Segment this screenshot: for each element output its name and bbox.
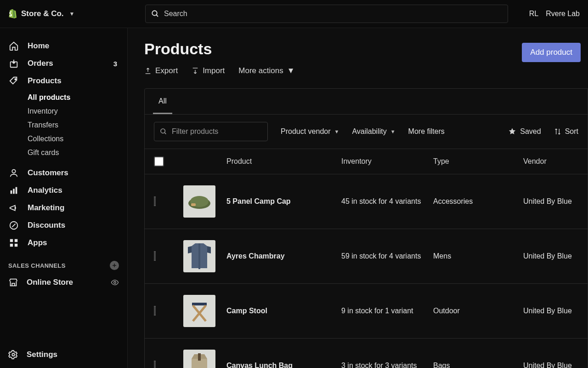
view-store-icon[interactable] — [111, 278, 119, 287]
sidebar-item-customers[interactable]: Customers — [0, 164, 127, 182]
sidebar-item-marketing[interactable]: Marketing — [0, 199, 127, 217]
star-icon — [508, 127, 516, 136]
more-actions-button[interactable]: More actions ▼ — [238, 66, 294, 75]
sales-channels-header: SALES CHANNELS ＋ — [0, 252, 127, 273]
product-inventory: 9 in stock for 1 variant — [341, 307, 433, 315]
product-inventory: 59 in stock for 4 variants — [341, 252, 433, 260]
svg-rect-23 — [198, 353, 201, 361]
sidebar-item-label: Analytics — [28, 186, 119, 195]
saved-button[interactable]: Saved — [508, 127, 541, 136]
subnav-collections[interactable]: Collections — [28, 132, 127, 146]
product-vendor: United By Blue — [523, 252, 578, 260]
user-menu[interactable]: RL Rvere Lab — [529, 10, 580, 18]
sidebar-item-label: Orders — [28, 59, 105, 68]
sidebar-item-home[interactable]: Home — [0, 37, 127, 55]
row-checkbox[interactable] — [154, 196, 156, 206]
store-icon — [8, 277, 18, 288]
page-title: Products — [144, 40, 294, 58]
channel-online-store[interactable]: Online Store — [0, 273, 127, 292]
store-switcher[interactable]: Store & Co. ▼ — [6, 8, 117, 19]
row-checkbox[interactable] — [154, 361, 156, 368]
row-checkbox[interactable] — [154, 306, 156, 316]
col-inventory: Inventory — [341, 157, 433, 166]
caret-down-icon: ▼ — [287, 66, 295, 75]
sidebar-item-settings[interactable]: Settings — [0, 341, 127, 368]
orders-icon — [8, 58, 19, 69]
product-name: Canvas Lunch Bag — [226, 362, 341, 368]
orders-badge: 3 — [113, 60, 119, 68]
settings-label: Settings — [27, 350, 57, 359]
user-initials: RL — [529, 10, 538, 18]
col-type: Type — [433, 157, 523, 166]
table-row[interactable]: 5 Panel Camp Cap45 in stock for 4 varian… — [145, 174, 588, 229]
svg-rect-9 — [10, 239, 13, 242]
subnav-gift-cards[interactable]: Gift cards — [28, 146, 127, 160]
topbar: Store & Co. ▼ RL Rvere Lab — [0, 0, 588, 28]
svg-rect-10 — [15, 239, 17, 242]
products-card: All Product vendor▼ Availability▼ More f… — [144, 88, 588, 368]
select-all-checkbox[interactable] — [154, 156, 164, 167]
sidebar-item-label: Home — [28, 41, 119, 51]
table-row[interactable]: Canvas Lunch Bag3 in stock for 3 variant… — [145, 339, 588, 368]
add-channel-button[interactable]: ＋ — [110, 261, 119, 270]
export-icon — [144, 67, 152, 75]
subnav-transfers[interactable]: Transfers — [28, 118, 127, 132]
subnav-all-products[interactable]: All products — [28, 91, 127, 104]
more-filters-button[interactable]: More filters — [408, 127, 445, 136]
sidebar-item-analytics[interactable]: Analytics — [0, 182, 127, 199]
svg-point-15 — [161, 129, 165, 133]
marketing-icon — [8, 203, 19, 213]
svg-point-0 — [152, 11, 157, 16]
sidebar-item-discounts[interactable]: Discounts — [0, 217, 127, 234]
apps-icon — [8, 238, 19, 248]
sidebar: Home Orders 3 Products All products Inve… — [0, 28, 128, 368]
sort-button[interactable]: Sort — [554, 127, 578, 136]
sidebar-item-label: Products — [28, 76, 119, 86]
product-type: Mens — [433, 252, 523, 260]
add-product-button[interactable]: Add product — [522, 43, 581, 62]
product-name: Camp Stool — [226, 307, 341, 315]
table-row[interactable]: Camp Stool9 in stock for 1 variantOutdoo… — [145, 284, 588, 339]
table-row[interactable]: Ayres Chambray59 in stock for 4 variants… — [145, 229, 588, 284]
import-icon — [192, 67, 199, 75]
sidebar-item-apps[interactable]: Apps — [0, 234, 127, 252]
svg-rect-5 — [11, 190, 12, 194]
product-type: Outdoor — [433, 307, 523, 315]
main-content: Products Export Import — [128, 28, 588, 368]
row-checkbox[interactable] — [154, 251, 156, 261]
filter-products[interactable] — [154, 122, 268, 141]
analytics-icon — [8, 185, 19, 196]
gear-icon — [8, 350, 18, 360]
customers-icon — [8, 168, 19, 178]
filter-products-input[interactable] — [172, 127, 264, 136]
filter-availability[interactable]: Availability▼ — [352, 127, 395, 136]
tab-all[interactable]: All — [153, 89, 172, 114]
product-name: 5 Panel Camp Cap — [226, 197, 341, 206]
export-button[interactable]: Export — [144, 66, 178, 75]
home-icon — [8, 41, 19, 51]
svg-line-16 — [164, 132, 166, 134]
product-thumbnail — [183, 350, 215, 368]
user-label: Rvere Lab — [546, 10, 580, 18]
product-type: Accessories — [433, 197, 523, 206]
product-thumbnail — [183, 185, 215, 218]
import-button[interactable]: Import — [192, 66, 225, 75]
filter-product-vendor[interactable]: Product vendor▼ — [281, 127, 339, 136]
col-product: Product — [226, 157, 341, 166]
global-search-input[interactable] — [164, 10, 502, 18]
svg-point-4 — [12, 170, 15, 173]
product-type: Bags — [433, 362, 523, 368]
search-icon — [151, 10, 159, 18]
svg-point-3 — [15, 79, 16, 80]
svg-rect-6 — [13, 189, 15, 194]
subnav-inventory[interactable]: Inventory — [28, 104, 127, 118]
svg-point-14 — [12, 353, 15, 356]
caret-down-icon: ▼ — [390, 129, 396, 134]
product-inventory: 3 in stock for 3 variants — [341, 362, 433, 368]
sidebar-item-label: Discounts — [28, 221, 119, 230]
product-vendor: United By Blue — [523, 307, 578, 315]
sidebar-item-products[interactable]: Products — [0, 72, 127, 90]
sidebar-item-orders[interactable]: Orders 3 — [0, 55, 127, 72]
products-subnav: All products Inventory Transfers Collect… — [0, 90, 127, 164]
global-search[interactable] — [145, 5, 508, 23]
